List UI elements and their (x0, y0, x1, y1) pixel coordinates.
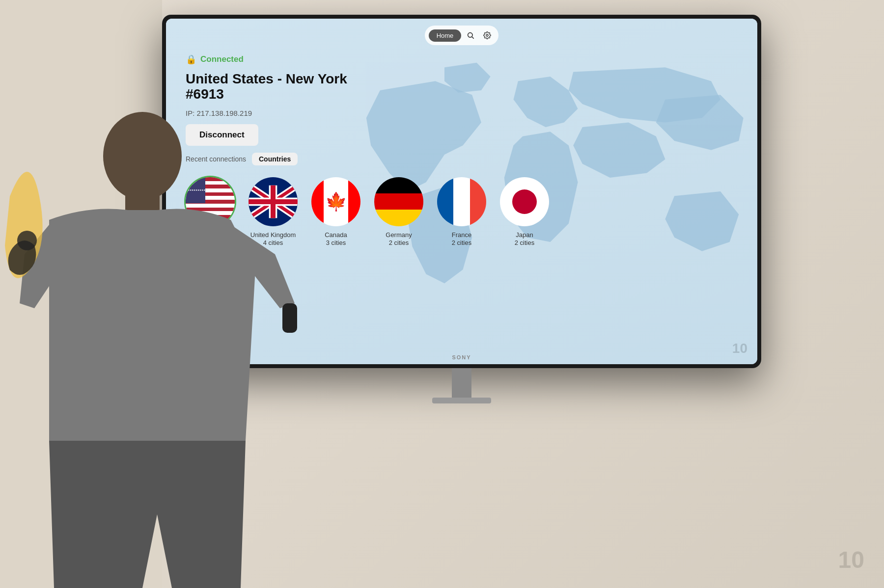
tv-stand-neck (452, 368, 471, 398)
svg-point-0 (468, 33, 472, 37)
svg-rect-14 (282, 303, 297, 333)
flag-japan-sun (512, 189, 537, 214)
search-icon (467, 31, 474, 39)
svg-point-2 (486, 34, 488, 36)
flag-france (437, 177, 486, 226)
maple-leaf-icon: 🍁 (325, 191, 347, 212)
connected-status: Connected (200, 54, 244, 64)
tv-brand: SONY (452, 354, 471, 360)
flag-germany-red-stripe (374, 193, 423, 210)
flag-germany (374, 177, 423, 226)
svg-point-15 (17, 231, 37, 250)
connected-row: 🔒 Connected (186, 54, 372, 65)
lock-icon: 🔒 (186, 54, 196, 65)
settings-icon (483, 31, 491, 39)
tv-stand-base (432, 398, 491, 403)
wall-decorations (0, 49, 138, 344)
right-panel (372, 54, 738, 354)
flag-canada-right-band (348, 177, 360, 226)
page-watermark: 10 (838, 546, 864, 573)
settings-button[interactable] (480, 28, 495, 43)
home-button[interactable]: Home (429, 29, 462, 42)
search-button[interactable] (463, 28, 478, 43)
svg-line-1 (472, 37, 474, 39)
watermark: 10 (732, 341, 747, 356)
nav-pill: Home (425, 26, 499, 45)
flag-japan (500, 177, 549, 226)
flag-france-white-stripe (453, 177, 470, 226)
top-bar: Home (166, 19, 757, 49)
